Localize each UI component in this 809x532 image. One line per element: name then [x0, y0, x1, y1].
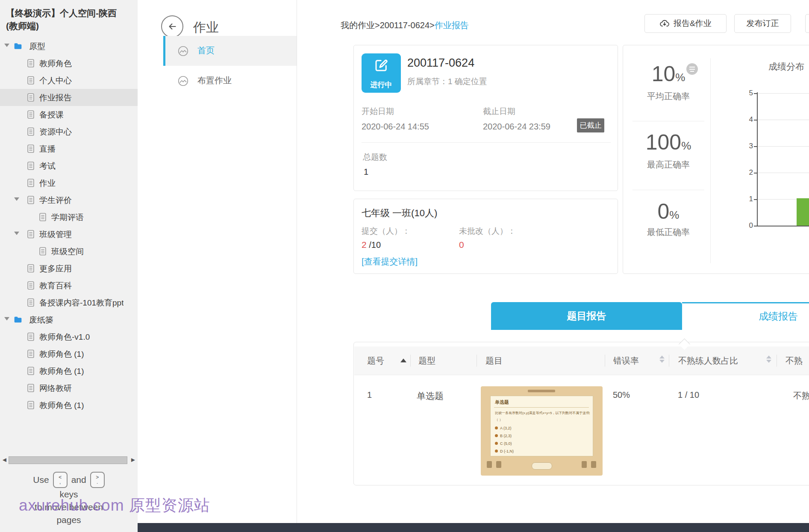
folder-icon: [14, 315, 22, 324]
caret-down-icon[interactable]: [14, 232, 19, 235]
watermark: axurehub.com 原型资源站: [19, 495, 210, 516]
info-icon[interactable]: [686, 63, 698, 75]
start-date-value: 2020-06-24 14:55: [362, 122, 429, 132]
publish-correction-button[interactable]: 发布订正: [734, 14, 791, 33]
submitted-label: 提交（人）：: [362, 226, 410, 237]
key-right-icon: >.: [90, 472, 105, 488]
scroll-left-arrow[interactable]: ◄: [1, 456, 8, 464]
clipped-button[interactable]: [805, 14, 809, 33]
page-icon: [38, 247, 47, 256]
tree-item-homework-report[interactable]: 作业报告: [0, 89, 138, 106]
horizontal-scrollbar[interactable]: [9, 456, 127, 464]
y-tick-0: 0: [738, 221, 753, 230]
tree-item-homework[interactable]: 作业: [0, 174, 138, 191]
tree-item-lesson-prep[interactable]: 备授课: [0, 106, 138, 123]
sort-icon[interactable]: [659, 356, 665, 363]
panel-title: 作业: [193, 19, 219, 36]
score-bar: [797, 198, 809, 226]
page-icon: [26, 127, 35, 136]
thumbnail-page-button: [532, 462, 552, 470]
sort-icon[interactable]: [766, 356, 771, 363]
divider: [632, 121, 704, 121]
caret-down-icon[interactable]: [4, 44, 9, 47]
sort-asc-icon[interactable]: [400, 359, 406, 362]
view-submission-detail-link[interactable]: [查看提交详情]: [362, 256, 418, 267]
option-a: A (3,2): [495, 426, 512, 430]
ungraded-label: 未批改（人）：: [459, 226, 516, 237]
question-thumbnail[interactable]: 单选题 比较一条有序数对(x,y)满足等式x+y=5，以下列数对不属于这些的是 …: [481, 386, 603, 476]
col-unskilled-cut: 不熟: [785, 347, 803, 375]
page-icon: [26, 144, 35, 153]
page-icon: [26, 298, 35, 307]
total-questions-label: 总题数: [363, 152, 387, 163]
thumbnail-corner-icon: [582, 461, 587, 468]
tree-item-resource-center[interactable]: 资源中心: [0, 123, 138, 140]
cell-unskilled-cut: 不熟: [793, 390, 809, 402]
page-icon: [26, 332, 35, 341]
tree-item-teacher-role[interactable]: 教师角色: [0, 55, 138, 72]
ungraded-value: 0: [459, 240, 464, 250]
tree-item-class-space[interactable]: 班级空间: [0, 243, 138, 260]
tree-item-teacher-role-v1[interactable]: 教师角色-v1.0: [0, 328, 138, 345]
page-icon: [26, 229, 35, 239]
thumbnail-corner-icon: [591, 461, 596, 468]
scroll-right-arrow[interactable]: ►: [130, 456, 136, 464]
closed-badge: 已截止: [577, 118, 604, 132]
chart-title: 成绩分布: [768, 61, 804, 73]
tab-score-report[interactable]: 成绩报告: [682, 302, 809, 330]
menu-item-home[interactable]: 首页: [163, 36, 297, 66]
caret-down-icon[interactable]: [14, 197, 19, 201]
avg-accuracy-label: 平均正确率: [623, 91, 714, 102]
page-icon: [26, 195, 35, 205]
score-stats-card: 10% 平均正确率 100% 最高正确率 0% 最低正确率 成绩分布 5 4 3…: [623, 45, 809, 274]
tree-item-live[interactable]: 直播: [0, 140, 138, 157]
tree-item-more-apps[interactable]: 更多应用: [0, 260, 138, 277]
tree-item-trash[interactable]: 废纸篓: [0, 311, 138, 328]
page-icon: [26, 161, 35, 170]
class-submission-card: 七年级 一班(10人) 提交（人）： 2 /10 未批改（人）： 0 [查看提交…: [353, 199, 618, 274]
report-homework-download-button[interactable]: 报告&作业: [644, 14, 727, 33]
page-icon: [26, 383, 35, 393]
back-button[interactable]: [161, 15, 183, 38]
tree-item-prototype[interactable]: 原型: [0, 38, 138, 55]
module-panel: 作业 首页 布置作业: [138, 0, 297, 532]
tree-item-prep-content[interactable]: 备授课内容-101教育ppt: [0, 294, 138, 311]
question-report-table: 题号 题型 题目 错误率 不熟练人数占比 不熟 1 单选题 50% 1 / 10…: [353, 342, 809, 485]
cell-unskilled-ratio: 1 / 10: [678, 390, 699, 400]
caret-down-icon[interactable]: [4, 317, 9, 320]
table-header: 题号 题型 题目 错误率 不熟练人数占比 不熟: [354, 347, 809, 375]
assignment-title: 200117-0624: [407, 56, 474, 70]
gridline: [757, 173, 809, 173]
submitted-value: 2 /10: [362, 240, 381, 250]
tree-item-edu-wiki[interactable]: 教育百科: [0, 277, 138, 294]
tree-item-teacher-role-copy[interactable]: 教师角色 (1): [0, 362, 138, 379]
avg-accuracy: 10%: [623, 62, 714, 86]
prototype-title: 【终极演示】个人空间-陕西(教师端): [6, 7, 126, 33]
breadcrumb-assignment-id[interactable]: 200117-0624: [380, 21, 430, 30]
y-tick-3: 3: [738, 142, 753, 150]
thumbnail-corner-icon: [496, 461, 501, 468]
assignment-summary-card: 进行中 200117-0624 所属章节：1 确定位置 开始日期 2020-06…: [353, 45, 618, 191]
col-error-rate: 错误率: [613, 347, 639, 375]
tree-item-online-research[interactable]: 网络教研: [0, 379, 138, 397]
tree-item-term-comment[interactable]: 学期评语: [0, 209, 138, 226]
tab-question-report[interactable]: 题目报告: [491, 302, 682, 330]
tree-item-teacher-role-copy[interactable]: 教师角色 (1): [0, 397, 138, 414]
option-b: B (2,3): [495, 434, 512, 438]
assignment-status-tile: 进行中: [362, 53, 401, 93]
menu-item-assign-homework[interactable]: 布置作业: [163, 66, 297, 96]
tree-item-student-eval[interactable]: 学生评价: [0, 191, 138, 209]
gridline: [757, 120, 809, 120]
page-icon: [26, 264, 35, 273]
tree-item-teacher-role-copy[interactable]: 教师角色 (1): [0, 345, 138, 362]
gridline: [757, 93, 809, 94]
breadcrumb-report-link[interactable]: 作业报告: [435, 21, 469, 30]
min-accuracy: 0%: [623, 199, 714, 224]
tree-item-exam[interactable]: 考试: [0, 157, 138, 174]
option-d: D (-1,N): [495, 449, 514, 453]
tree-item-class-mgmt[interactable]: 班级管理: [0, 226, 138, 243]
divider: [710, 58, 711, 263]
tree-item-personal-center[interactable]: 个人中心: [0, 72, 138, 89]
breadcrumb-my-homework[interactable]: 我的作业: [341, 21, 375, 30]
y-tick-4: 4: [738, 115, 753, 124]
